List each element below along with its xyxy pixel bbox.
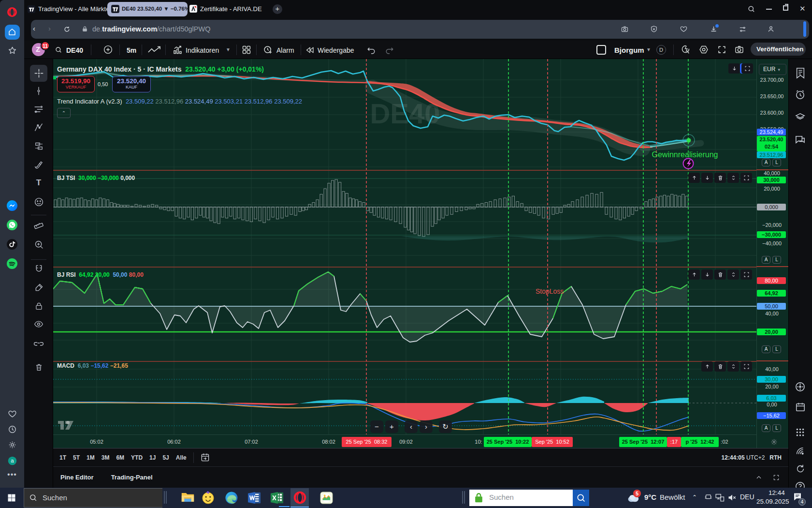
svg-text:StopLoss: StopLoss bbox=[536, 287, 564, 295]
svg-text:Gewinnrealisierung: Gewinnrealisierung bbox=[652, 150, 718, 159]
svg-text:a: a bbox=[11, 458, 14, 463]
